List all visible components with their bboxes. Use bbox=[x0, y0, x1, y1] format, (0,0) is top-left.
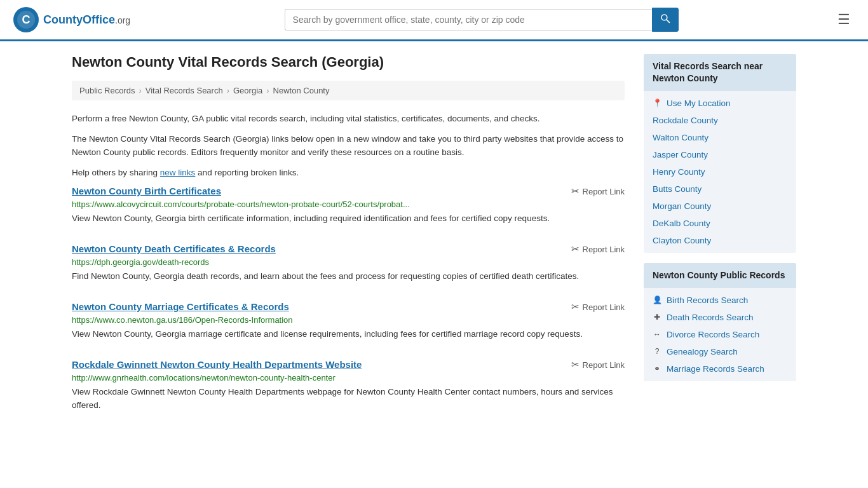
result-link-2[interactable]: Newton County Marriage Certificates & Re… bbox=[72, 301, 289, 312]
sidebar-nearby-item-4: Henry County bbox=[644, 163, 796, 180]
sidebar-public-record-link-4[interactable]: Marriage Records Search bbox=[667, 364, 764, 374]
sidebar-nearby-link-3[interactable]: Jasper County bbox=[653, 150, 708, 159]
sidebar-nearby-link-7[interactable]: DeKalb County bbox=[653, 219, 710, 228]
result-desc-0: View Newton County, Georgia birth certif… bbox=[72, 212, 625, 226]
svg-line-4 bbox=[667, 20, 669, 22]
sidebar-nearby-item-8: Clayton County bbox=[644, 232, 796, 249]
intro-paragraph3: Help others by sharing new links and rep… bbox=[72, 166, 625, 180]
result-desc-3: View Rockdale Gwinnett Newton County Hea… bbox=[72, 386, 625, 412]
result-link-1[interactable]: Newton County Death Certificates & Recor… bbox=[72, 243, 276, 254]
logo-icon: C bbox=[13, 6, 39, 33]
report-link-label-2: Report Link bbox=[583, 302, 625, 312]
result-header-2: Newton County Marriage Certificates & Re… bbox=[72, 301, 625, 313]
sidebar-public-records-list: 👤 Birth Records Search ✚ Death Records S… bbox=[644, 288, 796, 381]
sidebar-public-record-link-0[interactable]: Birth Records Search bbox=[667, 295, 748, 305]
search-area bbox=[285, 8, 679, 32]
sidebar-public-record-link-3[interactable]: Genealogy Search bbox=[667, 347, 738, 356]
sidebar-public-record-item-3: ? Genealogy Search bbox=[644, 343, 796, 360]
sidebar-public-record-item-2: ↔ Divorce Records Search bbox=[644, 326, 796, 343]
result-header-1: Newton County Death Certificates & Recor… bbox=[72, 243, 625, 255]
sidebar: Vital Records Search near Newton County … bbox=[644, 54, 796, 430]
result-desc-1: Find Newton County, Georgia death record… bbox=[72, 270, 625, 283]
main-container: Newton County Vital Records Search (Geor… bbox=[53, 41, 815, 443]
sidebar-nearby-link-1[interactable]: Rockdale County bbox=[653, 116, 718, 125]
sidebar-public-record-item-0: 👤 Birth Records Search bbox=[644, 292, 796, 309]
intro-paragraph1: Perform a free Newton County, GA public … bbox=[72, 112, 625, 126]
sidebar-nearby-link-2[interactable]: Walton County bbox=[653, 133, 709, 142]
result-item-0: Newton County Birth Certificates ✂ Repor… bbox=[72, 186, 625, 226]
result-header-0: Newton County Birth Certificates ✂ Repor… bbox=[72, 186, 625, 197]
sidebar-public-record-item-4: ⚭ Marriage Records Search bbox=[644, 360, 796, 377]
report-icon-0: ✂ bbox=[571, 186, 580, 197]
result-url-2: https://www.co.newton.ga.us/186/Open-Rec… bbox=[72, 315, 625, 325]
result-url-1: https://dph.georgia.gov/death-records bbox=[72, 257, 625, 267]
sidebar-nearby-link-4[interactable]: Henry County bbox=[653, 167, 705, 177]
sidebar-public-record-link-2[interactable]: Divorce Records Search bbox=[667, 330, 759, 339]
sidebar-public-record-item-1: ✚ Death Records Search bbox=[644, 309, 796, 326]
use-my-location-link[interactable]: Use My Location bbox=[667, 98, 731, 108]
logo-text: CountyOffice.org bbox=[43, 13, 130, 27]
report-link-button-0[interactable]: ✂ Report Link bbox=[571, 186, 625, 197]
breadcrumb-vital-records[interactable]: Vital Records Search bbox=[146, 86, 223, 95]
public-record-icon-4: ⚭ bbox=[653, 364, 661, 373]
new-links-link[interactable]: new links bbox=[160, 168, 196, 177]
result-title-1: Newton County Death Certificates & Recor… bbox=[72, 243, 276, 254]
breadcrumb: Public Records › Vital Records Search › … bbox=[72, 81, 625, 100]
logo-area: C CountyOffice.org bbox=[13, 6, 130, 33]
search-icon bbox=[660, 13, 670, 24]
report-link-label-0: Report Link bbox=[583, 187, 625, 196]
sidebar-nearby-link-5[interactable]: Butts County bbox=[653, 184, 702, 194]
page-title: Newton County Vital Records Search (Geor… bbox=[72, 54, 625, 71]
result-title-3: Rockdale Gwinnett Newton County Health D… bbox=[72, 359, 362, 370]
sidebar-nearby-item-7: DeKalb County bbox=[644, 215, 796, 232]
result-link-0[interactable]: Newton County Birth Certificates bbox=[72, 186, 221, 196]
results-container: Newton County Birth Certificates ✂ Repor… bbox=[72, 186, 625, 412]
sidebar-nearby-item-1: Rockdale County bbox=[644, 112, 796, 129]
report-link-label-3: Report Link bbox=[583, 360, 625, 370]
public-record-icon-3: ? bbox=[653, 347, 661, 356]
sidebar-public-records-header: Newton County Public Records bbox=[644, 263, 796, 288]
report-link-label-1: Report Link bbox=[583, 245, 625, 254]
sidebar-nearby-section: Vital Records Search near Newton County … bbox=[644, 54, 796, 253]
result-header-3: Rockdale Gwinnett Newton County Health D… bbox=[72, 359, 625, 370]
sidebar-nearby-item-2: Walton County bbox=[644, 129, 796, 146]
sidebar-nearby-item-5: Butts County bbox=[644, 180, 796, 198]
search-input[interactable] bbox=[285, 9, 652, 30]
sidebar-nearby-header: Vital Records Search near Newton County bbox=[644, 54, 796, 91]
report-link-button-1[interactable]: ✂ Report Link bbox=[571, 243, 625, 255]
result-link-3[interactable]: Rockdale Gwinnett Newton County Health D… bbox=[72, 359, 362, 370]
sidebar-public-records-section: Newton County Public Records 👤 Birth Rec… bbox=[644, 263, 796, 381]
report-link-button-2[interactable]: ✂ Report Link bbox=[571, 301, 625, 313]
result-desc-2: View Newton County, Georgia marriage cer… bbox=[72, 328, 625, 341]
header: C CountyOffice.org ☰ bbox=[0, 0, 868, 41]
intro-paragraph2: The Newton County Vital Records Search (… bbox=[72, 132, 625, 159]
breadcrumb-public-records[interactable]: Public Records bbox=[79, 86, 135, 95]
public-record-icon-0: 👤 bbox=[653, 295, 661, 304]
result-title-2: Newton County Marriage Certificates & Re… bbox=[72, 301, 289, 312]
result-url-3: http://www.gnrhealth.com/locations/newto… bbox=[72, 373, 625, 383]
report-icon-1: ✂ bbox=[571, 243, 580, 255]
sidebar-public-record-link-1[interactable]: Death Records Search bbox=[667, 313, 754, 322]
result-item-2: Newton County Marriage Certificates & Re… bbox=[72, 301, 625, 341]
result-title-0: Newton County Birth Certificates bbox=[72, 186, 221, 196]
result-item-1: Newton County Death Certificates & Recor… bbox=[72, 243, 625, 283]
sidebar-nearby-link-8[interactable]: Clayton County bbox=[653, 236, 711, 245]
sidebar-nearby-item-0: 📍 Use My Location bbox=[644, 95, 796, 112]
report-icon-3: ✂ bbox=[571, 359, 580, 370]
location-icon: 📍 bbox=[653, 98, 661, 107]
menu-button[interactable]: ☰ bbox=[832, 9, 855, 30]
sidebar-nearby-item-6: Morgan County bbox=[644, 198, 796, 215]
sidebar-nearby-item-3: Jasper County bbox=[644, 146, 796, 163]
breadcrumb-georgia[interactable]: Georgia bbox=[233, 86, 262, 95]
public-record-icon-2: ↔ bbox=[653, 330, 661, 339]
svg-text:C: C bbox=[22, 13, 31, 26]
content-area: Newton County Vital Records Search (Geor… bbox=[72, 54, 625, 430]
search-button[interactable] bbox=[652, 8, 679, 32]
result-item-3: Rockdale Gwinnett Newton County Health D… bbox=[72, 359, 625, 412]
breadcrumb-current: Newton County bbox=[273, 86, 330, 95]
sidebar-nearby-list: 📍 Use My Location Rockdale County Walton… bbox=[644, 91, 796, 253]
public-record-icon-1: ✚ bbox=[653, 313, 661, 322]
sidebar-nearby-link-6[interactable]: Morgan County bbox=[653, 201, 711, 211]
report-icon-2: ✂ bbox=[571, 301, 580, 313]
report-link-button-3[interactable]: ✂ Report Link bbox=[571, 359, 625, 370]
